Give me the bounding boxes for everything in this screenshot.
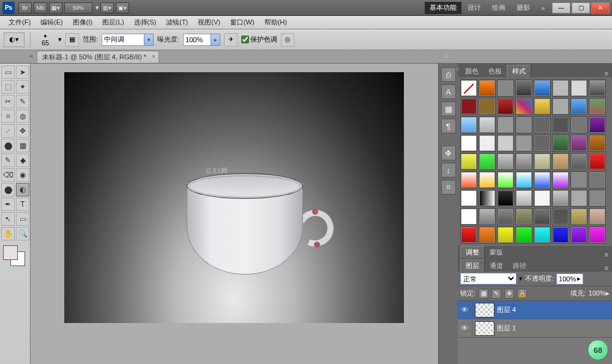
style-swatch[interactable] [515,153,532,170]
layer-thumbnail[interactable] [475,303,494,318]
style-swatch[interactable] [534,153,551,170]
tool-22[interactable]: ✋ [1,227,15,240]
style-swatch[interactable] [515,226,532,243]
style-swatch[interactable] [552,171,569,188]
opacity-input[interactable]: 100%▸ [556,273,583,284]
style-swatch[interactable] [589,98,606,115]
style-swatch[interactable] [479,226,496,243]
protect-tones-checkbox[interactable]: 保护色调 [241,35,277,44]
checkbox-icon[interactable] [241,35,249,43]
menu-file[interactable]: 文件(F) [4,18,35,27]
style-swatch[interactable] [515,116,532,133]
tool-19[interactable]: T [16,198,29,211]
brush-panel-toggle[interactable]: ▦ [65,33,79,46]
screen-mode-button[interactable]: ▣▾ [116,2,129,13]
lock-transparency-icon[interactable]: ▦ [479,289,488,299]
style-swatch[interactable] [497,135,514,152]
history-icon[interactable]: ⎙ [441,67,456,82]
zoom-level[interactable]: 50% [64,2,92,13]
style-swatch[interactable] [497,98,514,115]
airbrush-toggle[interactable]: ✈ [224,33,237,46]
blend-mode-select[interactable]: 正常 [460,273,517,284]
panel-menu-icon[interactable]: ≡ [601,70,612,77]
style-swatch[interactable] [497,190,514,207]
style-swatch[interactable] [589,190,606,207]
dropdown-arrow-icon[interactable]: ▸ [211,34,220,46]
style-swatch[interactable] [497,226,514,243]
style-swatch[interactable] [460,116,477,133]
style-swatch[interactable] [479,135,496,152]
tool-21[interactable]: ▭ [16,212,29,226]
style-swatch[interactable] [479,116,496,133]
style-swatch[interactable] [534,171,551,188]
style-swatch[interactable] [570,80,588,97]
style-swatch[interactable] [497,116,514,133]
brush-preview[interactable]: • 65 [36,31,54,49]
character-icon[interactable]: A [441,84,456,99]
tab-layers[interactable]: 图层 [460,259,485,272]
style-swatch[interactable] [497,153,514,170]
tab-swatches[interactable]: 色板 [483,65,507,77]
tab-paths[interactable]: 路径 [508,259,531,272]
tool-0[interactable]: ▭ [1,65,15,79]
style-swatch[interactable] [479,98,496,115]
style-swatch[interactable] [570,171,588,188]
style-swatch[interactable] [589,226,606,243]
menu-help[interactable]: 帮助(H) [259,18,292,27]
close-button[interactable]: ✕ [591,2,610,13]
layer-name[interactable]: 图层 4 [497,305,516,314]
chevron-down-icon[interactable]: ▾ [58,35,62,43]
style-swatch[interactable] [570,135,588,152]
layer-name[interactable]: 图层 1 [497,324,516,333]
style-swatch[interactable] [534,135,551,152]
tab-channels[interactable]: 通道 [485,259,508,272]
style-swatch[interactable] [589,171,606,188]
style-swatch[interactable] [552,116,569,133]
document-tab[interactable]: 未标题-1 @ 50% (图层 4, RGB/8) * × [37,51,159,63]
tool-23[interactable]: 🔍 [16,227,29,240]
tab-color[interactable]: 颜色 [460,65,483,77]
tool-10[interactable]: ⬤ [1,139,15,152]
foreground-color[interactable] [3,245,18,260]
maximize-button[interactable]: ▢ [572,2,590,13]
layer-row[interactable]: 👁图层 4 [458,301,612,319]
tab-styles[interactable]: 样式 [507,65,531,77]
tablet-pressure-toggle[interactable]: ◎ [281,33,294,46]
style-swatch[interactable] [534,190,551,207]
tool-12[interactable]: ✎ [1,154,15,167]
style-swatch[interactable] [570,116,588,133]
layer-thumbnail[interactable] [475,321,494,336]
tool-preset-picker[interactable]: ◐▾ [4,32,24,47]
style-swatch[interactable] [497,208,514,225]
style-swatch[interactable] [534,98,551,115]
dropdown-arrow-icon[interactable]: ▾ [144,34,154,46]
workspace-more[interactable]: » [536,2,550,14]
tool-18[interactable]: ✒ [1,198,15,211]
tab-masks[interactable]: 蒙版 [485,246,508,258]
style-swatch[interactable] [570,153,588,170]
style-swatch[interactable] [534,208,551,225]
fill-input[interactable]: 100%▸ [589,289,610,297]
tool-8[interactable]: ⟋ [1,124,15,138]
tool-11[interactable]: ▦ [16,139,29,152]
tool-7[interactable]: ◍ [16,110,29,123]
menu-filter[interactable]: 滤镜(T) [161,18,193,27]
style-swatch[interactable] [479,171,496,188]
menu-select[interactable]: 选择(S) [129,18,162,27]
visibility-eye-icon[interactable]: 👁 [458,301,472,319]
lock-position-icon[interactable]: ✥ [504,289,514,299]
style-swatch[interactable] [589,80,606,97]
arrange-docs-button[interactable]: ▥▾ [100,2,114,13]
tool-13[interactable]: ◆ [16,154,29,167]
style-swatch[interactable] [589,116,606,133]
style-swatch[interactable] [515,98,532,115]
tool-9[interactable]: ✥ [16,124,29,138]
style-swatch[interactable] [460,98,477,115]
style-swatch[interactable] [515,208,532,225]
bridge-button[interactable]: Br [18,2,32,13]
style-swatch[interactable] [570,208,588,225]
style-swatch[interactable] [479,153,496,170]
tool-14[interactable]: ⌫ [1,168,15,182]
style-swatch[interactable] [589,208,606,225]
style-swatch[interactable] [552,80,569,97]
